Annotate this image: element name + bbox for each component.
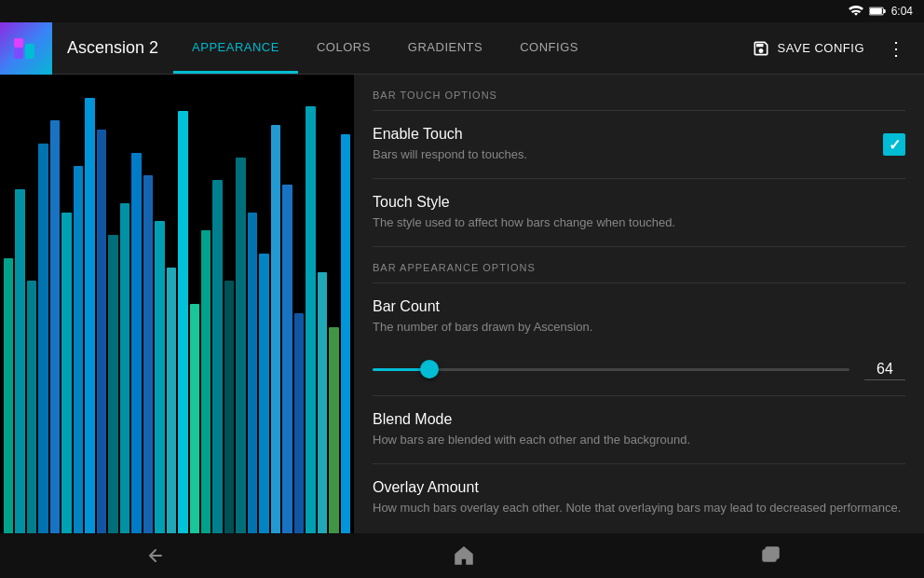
slider-track [373,368,849,371]
preview-bar [50,120,60,533]
bar-count-slider-section: 64 [354,351,924,395]
preview-bar [131,153,141,533]
preview-bar [201,230,211,533]
preview-bar [155,221,164,533]
bar-count-slider-row: 64 [373,359,905,380]
preview-bar [212,180,222,533]
bar-count-slider-container[interactable] [373,360,849,378]
preview-bar [167,268,176,533]
app-title: Ascension 2 [52,22,173,74]
preview-bar [61,213,71,533]
status-icons: 6:04 [849,5,913,18]
preview-bar [15,189,24,533]
app-logo-svg [12,34,40,62]
enable-touch-checkbox[interactable]: ✓ [883,133,905,156]
preview-bar [27,281,36,533]
enable-touch-desc: Bars will respond to touches. [373,146,883,163]
setting-bar-count[interactable]: Bar Count The number of bars drawn by As… [354,283,924,351]
preview-bar [271,125,280,533]
tab-colors[interactable]: COLORS [298,22,389,74]
svg-rect-7 [766,547,779,558]
setting-overlay-amount-content: Overlay Amount How much bars overlay eac… [373,479,905,516]
section-bar-touch-options: BAR TOUCH OPTIONS [354,75,924,110]
svg-rect-1 [883,9,885,13]
enable-touch-label: Enable Touch [373,126,883,143]
preview-bar [85,98,94,533]
preview-bar [224,281,234,533]
preview-bar [282,185,292,533]
setting-overlay-amount[interactable]: Overlay Amount How much bars overlay eac… [354,464,924,531]
home-button[interactable] [430,537,497,574]
tab-configs[interactable]: CONFIGS [501,22,597,74]
preview-bar [108,235,117,533]
setting-enable-touch-content: Enable Touch Bars will respond to touche… [373,126,883,163]
tab-appearance[interactable]: APPEARANCE [173,22,298,74]
preview-bar [259,254,268,533]
preview-bar [143,175,153,533]
status-bar: 6:04 [0,0,924,22]
bar-count-value[interactable]: 64 [864,359,905,380]
svg-rect-4 [25,44,34,59]
recents-icon [759,544,781,567]
nav-tabs: APPEARANCE COLORS GRADIENTS CONFIGS [173,22,729,74]
setting-touch-style[interactable]: Touch Style The style used to affect how… [354,179,924,246]
touch-style-desc: The style used to affect how bars change… [373,214,905,231]
preview-bar [248,213,257,533]
section-title-bar-touch: BAR TOUCH OPTIONS [373,89,497,101]
svg-rect-2 [870,8,882,14]
bottom-nav [0,533,924,578]
setting-enable-touch[interactable]: Enable Touch Bars will respond to touche… [354,111,924,178]
slider-thumb[interactable] [420,360,439,378]
preview-bar [38,144,48,533]
tab-gradients[interactable]: GRADIENTS [389,22,501,74]
bars-container [0,75,354,533]
preview-bar [306,106,315,533]
checkmark-icon: ✓ [889,136,901,154]
overlay-amount-label: Overlay Amount [373,479,905,496]
back-icon [143,546,169,565]
setting-blend-mode[interactable]: Blend Mode How bars are blended with eac… [354,396,924,463]
battery-icon [869,6,886,17]
bar-count-label: Bar Count [373,298,905,315]
blend-mode-label: Blend Mode [373,411,905,428]
preview-bar [178,111,187,533]
settings-panel: BAR TOUCH OPTIONS Enable Touch Bars will… [354,75,924,533]
save-config-button[interactable]: SAVE CONFIG [741,32,876,65]
overlay-amount-desc: How much bars overlay each other. Note t… [373,500,905,516]
save-icon [752,39,770,58]
setting-touch-style-content: Touch Style The style used to affect how… [373,194,905,231]
nav-bar: Ascension 2 APPEARANCE COLORS GRADIENTS … [0,22,924,75]
preview-bar [341,134,350,533]
section-title-bar-appearance: BAR APPEARANCE OPTIONS [373,262,536,273]
preview-bar [318,272,327,533]
preview-bar [120,203,129,533]
preview-bar [74,166,83,533]
main-content: BAR TOUCH OPTIONS Enable Touch Bars will… [0,75,924,533]
preview-bar [4,258,13,533]
preview-bar [190,304,199,533]
svg-rect-5 [14,38,23,48]
setting-blend-mode-content: Blend Mode How bars are blended with eac… [373,411,905,448]
recents-button[interactable] [737,537,804,574]
home-icon [453,544,475,567]
preview-bar [294,313,304,533]
preview-panel [0,75,354,533]
status-time: 6:04 [891,5,913,18]
wifi-icon [849,6,863,17]
app-logo [0,22,52,75]
preview-bar [97,130,106,533]
save-config-label: SAVE CONFIG [778,41,864,55]
section-bar-appearance-options: BAR APPEARANCE OPTIONS [354,247,924,282]
preview-bar [329,327,338,533]
preview-bar [236,158,245,533]
setting-bar-count-content: Bar Count The number of bars drawn by As… [373,298,905,336]
bar-count-desc: The number of bars drawn by Ascension. [373,319,905,336]
back-button[interactable] [120,539,191,572]
more-options-button[interactable]: ⋮ [879,30,913,67]
touch-style-label: Touch Style [373,194,905,211]
nav-actions: SAVE CONFIG ⋮ [729,22,924,74]
blend-mode-desc: How bars are blended with each other and… [373,432,905,448]
